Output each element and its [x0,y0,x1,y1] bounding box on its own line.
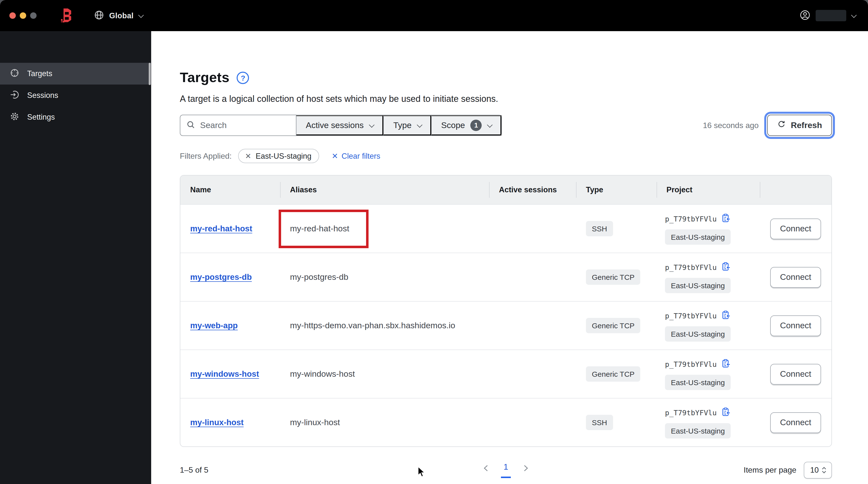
global-scope-dropdown[interactable]: Global [94,10,143,22]
remove-filter-icon[interactable]: ✕ [245,152,251,160]
items-per-page-select[interactable]: 10 [804,462,832,479]
chevron-down-icon [487,122,493,127]
target-icon [9,67,20,80]
next-page-button[interactable] [521,462,531,476]
copy-to-clipboard-icon[interactable] [721,261,731,273]
project-id: p_T79tbYFVlu [665,360,717,368]
connect-button[interactable]: Connect [770,218,821,239]
table-row: my-windows-host my-windows-host Generic … [180,349,832,398]
copy-to-clipboard-icon[interactable] [721,213,731,225]
target-name-link[interactable]: my-red-hat-host [190,224,252,233]
alias-cell: my-windows-host [280,350,489,398]
chevron-down-icon [138,12,144,18]
column-header-name: Name [180,175,280,204]
type-badge: Generic TCP [586,269,641,285]
help-icon[interactable]: ? [237,72,249,84]
chevron-down-icon [369,122,375,127]
sidebar: Targets Sessions [0,31,151,484]
project-cell: p_T79tbYFVlu East-US-staging [656,253,760,301]
column-header-actions [760,175,832,204]
sidebar-item-targets[interactable]: Targets [0,63,151,85]
type-cell: SSH [576,205,656,253]
copy-to-clipboard-icon[interactable] [721,310,731,321]
alias-text: my-red-hat-host [290,224,349,234]
name-cell: my-windows-host [180,350,280,398]
chevron-down-icon [851,12,857,18]
filters-applied-label: Filters Applied: [180,151,232,161]
target-name-link[interactable]: my-linux-host [190,418,244,427]
refresh-button[interactable]: Refresh [767,115,832,136]
type-cell: SSH [576,398,656,447]
table-body: my-red-hat-host my-red-hat-host SSH p_T7… [180,204,832,447]
connect-button[interactable]: Connect [770,364,821,385]
type-filter-dropdown[interactable]: Type [383,115,431,136]
user-name-redacted [816,10,846,21]
target-name-link[interactable]: my-windows-host [190,369,259,379]
page-description: A target is a logical collection of host… [180,94,832,104]
topbar: Global [0,0,868,31]
alias-text: my-windows-host [290,369,355,379]
window-controls [9,12,36,19]
project-scope-badge: East-US-staging [665,423,731,438]
copy-to-clipboard-icon[interactable] [721,407,731,419]
target-name-link[interactable]: my-postgres-db [190,273,252,282]
action-cell: Connect [760,350,832,398]
zoom-button[interactable] [30,12,36,19]
sessions-icon [9,89,20,102]
name-cell: my-red-hat-host [180,205,280,253]
project-id: p_T79tbYFVlu [665,408,717,417]
action-cell: Connect [760,205,832,253]
app-window: Global [0,0,868,484]
type-badge: SSH [586,221,613,236]
scope-switcher-label: Global [109,11,134,20]
search-box [180,115,297,136]
copy-to-clipboard-icon[interactable] [721,358,731,370]
user-menu[interactable] [799,9,855,22]
column-header-active-sessions: Active sessions [489,175,576,204]
alias-text: my-https-demo.van-phan.sbx.hashidemos.io [290,321,455,331]
table-row: my-red-hat-host my-red-hat-host SSH p_T7… [180,204,832,253]
type-cell: Generic TCP [576,350,656,398]
project-cell: p_T79tbYFVlu East-US-staging [656,398,760,447]
clear-filters-link[interactable]: ✕ Clear filters [332,151,380,161]
sidebar-item-sessions[interactable]: Sessions [0,85,151,106]
type-badge: Generic TCP [586,318,641,333]
name-cell: my-web-app [180,302,280,349]
connect-button[interactable]: Connect [770,315,821,336]
scope-filter-count-badge: 1 [470,120,482,131]
close-button[interactable] [9,12,16,19]
page-number-current[interactable]: 1 [501,462,511,478]
search-input[interactable] [200,120,290,130]
action-cell: Connect [760,302,832,349]
targets-table: Name Aliases Active sessions Type Projec… [180,175,832,447]
refresh-icon [777,120,786,131]
active-sessions-cell [489,253,576,301]
globe-icon [94,10,104,22]
alias-cell: my-https-demo.van-phan.sbx.hashidemos.io [280,302,489,349]
type-badge: SSH [586,415,613,430]
pager: 1 [481,462,531,478]
active-sessions-filter-dropdown[interactable]: Active sessions [297,115,383,136]
current-page-indicator [501,477,511,478]
previous-page-button[interactable] [481,462,491,476]
sidebar-item-label: Targets [27,69,52,78]
type-cell: Generic TCP [576,302,656,349]
project-scope-badge: East-US-staging [665,374,731,390]
scope-filter-dropdown[interactable]: Scope 1 [431,115,501,136]
sidebar-scrollbar[interactable] [149,63,151,85]
action-cell: Connect [760,398,832,447]
type-cell: Generic TCP [576,253,656,301]
project-id: p_T79tbYFVlu [665,312,717,320]
minimize-button[interactable] [20,12,26,19]
project-scope-badge: East-US-staging [665,278,731,293]
active-sessions-cell [489,350,576,398]
alias-cell: my-postgres-db [280,253,489,301]
column-header-project: Project [656,175,760,204]
items-per-page-label: Items per page [744,466,796,475]
target-name-link[interactable]: my-web-app [190,321,238,330]
connect-button[interactable]: Connect [770,412,821,433]
project-id: p_T79tbYFVlu [665,215,717,223]
sidebar-item-settings[interactable]: Settings [0,106,151,128]
alias-text: my-linux-host [290,418,340,427]
connect-button[interactable]: Connect [770,267,821,287]
